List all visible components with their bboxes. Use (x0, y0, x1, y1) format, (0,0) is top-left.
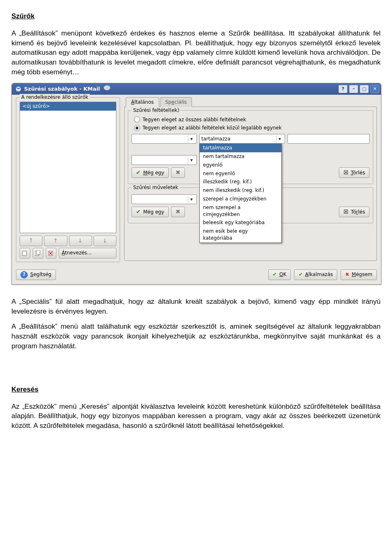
new-filter-button[interactable] (20, 248, 30, 258)
ok-button[interactable]: ✔ OK (268, 269, 291, 280)
actions-label: Szűrési műveletek (131, 184, 180, 191)
help-label: Segítség (30, 271, 51, 278)
dropdown-option[interactable]: nem illeszkedik (reg. kif.) (200, 186, 281, 195)
delete-icon: ☒ (343, 169, 348, 176)
radio-match-all[interactable]: Tegyen eleget az összes alábbi feltételn… (134, 116, 370, 123)
cancel-icon: ✖ (345, 271, 349, 278)
chevron-down-icon: ▾ (188, 196, 195, 203)
field-combo[interactable]: ▾ (131, 155, 197, 165)
rename-label: Átnevezés... (62, 249, 92, 256)
cancel-label: Mégsem (352, 271, 372, 278)
available-filters-label: A rendelkezésre álló szűrők (20, 94, 90, 101)
maximize-button[interactable]: ▢ (360, 85, 369, 93)
svg-rect-2 (22, 251, 27, 256)
dropdown-option[interactable]: szerepel a címjegyzékben (200, 195, 281, 203)
apply-button[interactable]: ✔ Alkalmazás (294, 269, 337, 280)
rename-filter-button[interactable]: Átnevezés... (59, 248, 116, 258)
paragraph-1: A „Beállítások” menüpont következő érdek… (11, 29, 381, 77)
help-icon: ? (20, 271, 28, 278)
filter-listbox[interactable]: <új szűrő> (20, 102, 116, 233)
value-input[interactable] (287, 134, 370, 144)
dropdown-option[interactable]: tartalmazza (200, 144, 281, 152)
conditions-label: Szűrési feltétel(ek) (131, 107, 181, 114)
minimize-button[interactable]: – (349, 85, 358, 93)
heading-search: Keresés (11, 385, 381, 394)
add-action-label: Még egy (143, 209, 164, 216)
check-icon: ✔ (136, 208, 141, 216)
available-filters-group: A rendelkezésre álló szűrők <új szűrő> ⤒… (16, 97, 120, 262)
field-combo[interactable]: ▾ (131, 134, 197, 144)
dropdown-option[interactable]: nem egyenlő (200, 169, 281, 178)
check-icon: ✔ (298, 271, 303, 278)
delete-action-button[interactable]: ☒ Törlés (339, 207, 370, 217)
app-icon (15, 86, 22, 92)
dropdown-option[interactable]: nem szerepel a címjegyzékben (200, 203, 281, 219)
dropdown-option[interactable]: nem tartalmazza (200, 152, 281, 161)
check-icon: ✔ (136, 169, 141, 177)
x-icon: ✖ (176, 208, 180, 216)
operator-combo-value: tartalmazza (201, 136, 276, 143)
dropdown-option[interactable]: egyenlő (200, 161, 281, 169)
dropdown-option[interactable]: illeszkedik (reg. kif.) (200, 178, 281, 186)
copy-filter-button[interactable] (33, 248, 43, 258)
conditions-group: Szűrési feltétel(ek) Tegyen eleget az ös… (128, 110, 373, 185)
kmail-logo-icon (103, 85, 111, 93)
fewer-condition-button[interactable]: ✖ (171, 167, 185, 178)
condition-row: ▾ tartalmazza ▾ tartalmazza nem tartalma… (131, 134, 370, 144)
delete-condition-label: Törlés (351, 169, 365, 176)
window-title: Szűrési szabályok - KMail (24, 85, 100, 93)
move-down-button[interactable]: ↓ (69, 236, 92, 246)
move-up-button[interactable]: ↑ (44, 236, 67, 246)
tab-general-pane: Szűrési feltétel(ek) Tegyen eleget az ös… (124, 107, 377, 261)
delete-condition-button[interactable]: ☒ Törlés (339, 167, 370, 178)
add-condition-label: Még egy (143, 169, 164, 176)
radio-icon (134, 125, 140, 131)
delete-action-label: Törlés (351, 209, 365, 216)
tab-general[interactable]: Általános (126, 97, 159, 107)
dropdown-option[interactable]: nem esik bele egy kategóriába (200, 227, 281, 243)
check-icon: ✔ (273, 271, 277, 278)
fewer-action-button[interactable]: ✖ (171, 207, 185, 217)
dialog-footer: ? Segítség ✔ OK ✔ Alkalmazás ✖ Mégsem (12, 267, 381, 284)
screenshot-kmail-filter-dialog: Szűrési szabályok - KMail ? – ▢ ✕ A rend… (11, 83, 381, 285)
operator-dropdown[interactable]: tartalmazza nem tartalmazza egyenlő nem … (199, 143, 282, 243)
chevron-down-icon: ▾ (188, 136, 195, 143)
move-bottom-button[interactable]: ⤓ (94, 236, 116, 246)
radio-icon (134, 116, 140, 122)
window-titlebar: Szűrési szabályok - KMail ? – ▢ ✕ (12, 83, 381, 95)
svg-rect-4 (36, 250, 40, 254)
delete-filter-button[interactable] (46, 248, 56, 258)
action-combo[interactable]: ▾ (131, 194, 197, 204)
paragraph-3: A „Beállítások” menü alatt találhatunk e… (11, 322, 381, 351)
radio-match-any-label: Tegyen eleget az alábbi feltételek közül… (143, 125, 282, 131)
heading-filters: Szűrők (11, 11, 381, 21)
chevron-down-icon: ▾ (188, 157, 195, 164)
delete-icon: ☒ (343, 208, 348, 216)
dropdown-option[interactable]: beleesik egy kategóriába (200, 218, 281, 227)
add-action-button[interactable]: ✔ Még egy (131, 207, 169, 217)
add-condition-button[interactable]: ✔ Még egy (131, 167, 169, 178)
cancel-button[interactable]: ✖ Mégsem (341, 269, 377, 280)
help-button[interactable]: ? Segítség (16, 269, 56, 280)
paragraph-4: Az „Eszközök” menü „Keresés” alpontját k… (11, 402, 381, 431)
tab-special[interactable]: Speciális (160, 97, 192, 107)
help-titlebar-button[interactable]: ? (339, 85, 347, 93)
move-top-button[interactable]: ⤒ (20, 236, 42, 246)
operator-combo[interactable]: tartalmazza ▾ tartalmazza nem tartalmazz… (199, 134, 285, 144)
apply-label: Alkalmazás (305, 271, 333, 278)
chevron-down-icon: ▾ (276, 136, 283, 143)
svg-point-1 (104, 85, 110, 90)
close-button[interactable]: ✕ (370, 85, 379, 93)
paragraph-2: A „Speciális” fül alatt megadhatjuk, hog… (11, 297, 381, 316)
x-icon: ✖ (176, 169, 180, 177)
filter-list-selected-item[interactable]: <új szűrő> (20, 102, 116, 111)
ok-label: OK (279, 271, 286, 278)
radio-match-any[interactable]: Tegyen eleget az alábbi feltételek közül… (134, 125, 370, 131)
radio-match-all-label: Tegyen eleget az összes alábbi feltételn… (143, 116, 246, 123)
